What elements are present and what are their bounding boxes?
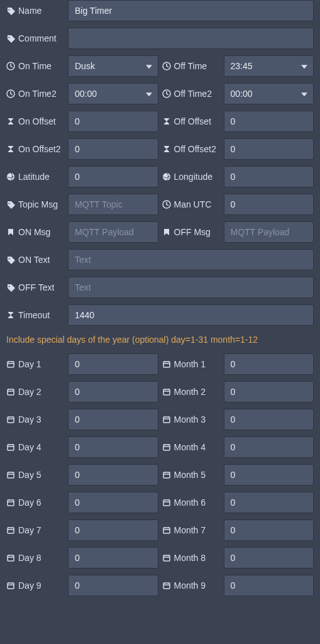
ontime-label-text: On Time: [18, 61, 52, 71]
ontext-input[interactable]: [68, 249, 314, 270]
clock-icon: [162, 200, 171, 209]
topicmsg-label: Topic Msg: [6, 199, 64, 209]
onmsg-label-text: ON Msg: [18, 227, 50, 237]
ontime2-label: On Time2: [6, 89, 64, 99]
globe-icon: [162, 172, 171, 181]
offoffset2-label-text: Off Offset2: [174, 144, 216, 154]
longitude-label-text: Longitude: [174, 172, 213, 182]
month4-label: Month 4: [162, 442, 220, 452]
month5-label-text: Month 5: [174, 470, 206, 480]
month5-input[interactable]: [224, 464, 314, 486]
day9-label-text: Day 9: [18, 580, 41, 591]
globe-icon: [6, 172, 15, 181]
hourglass-icon: [6, 311, 15, 319]
offtime2-label: Off Time2: [162, 89, 220, 99]
day7-label: Day 7: [6, 525, 64, 535]
day6-input[interactable]: [68, 492, 158, 513]
month4-input[interactable]: [224, 436, 314, 458]
ontime2-select[interactable]: 00:00: [68, 83, 158, 104]
calendar-icon: [6, 387, 15, 396]
latitude-input[interactable]: [68, 166, 158, 187]
day8-label: Day 8: [6, 553, 64, 563]
calendar-icon: [6, 360, 15, 369]
month8-input[interactable]: [224, 547, 314, 569]
offtime-select[interactable]: 23:45: [224, 55, 314, 77]
calendar-icon: [162, 387, 171, 396]
ontime2-select-wrap[interactable]: 00:00: [68, 83, 158, 104]
offoffset-input[interactable]: [224, 111, 314, 132]
day8-input[interactable]: [68, 547, 158, 569]
month6-input[interactable]: [224, 492, 314, 513]
offtext-label: OFF Text: [6, 282, 64, 292]
hourglass-icon: [162, 117, 171, 126]
month2-input[interactable]: [224, 381, 314, 402]
month3-label-text: Month 3: [174, 414, 206, 425]
month5-label: Month 5: [162, 470, 220, 480]
timeout-input[interactable]: [68, 304, 314, 326]
day1-input[interactable]: [68, 353, 158, 375]
month7-label: Month 7: [162, 525, 220, 535]
month3-label: Month 3: [162, 414, 220, 425]
offmsg-label-text: OFF Msg: [174, 227, 211, 237]
longitude-label: Longitude: [162, 172, 220, 182]
month8-label-text: Month 8: [174, 553, 206, 563]
offoffset-label-text: Off Offset: [174, 116, 211, 126]
offtime2-select[interactable]: 00:00: [224, 83, 314, 104]
offoffset-label: Off Offset: [162, 116, 220, 126]
onoffset-input[interactable]: [68, 111, 158, 132]
calendar-icon: [162, 360, 171, 369]
month1-input[interactable]: [224, 353, 314, 375]
day5-label-text: Day 5: [18, 470, 41, 480]
month2-label-text: Month 2: [174, 387, 206, 397]
day4-input[interactable]: [68, 436, 158, 458]
longitude-input[interactable]: [224, 166, 314, 187]
ontime-label: On Time: [6, 61, 64, 71]
timeout-label-text: Timeout: [18, 310, 50, 320]
day5-input[interactable]: [68, 464, 158, 486]
onoffset2-input[interactable]: [68, 138, 158, 160]
calendar-icon: [6, 443, 15, 452]
day7-input[interactable]: [68, 519, 158, 541]
latitude-label-text: Latitude: [18, 172, 50, 182]
offtime-select-wrap[interactable]: 23:45: [224, 55, 314, 77]
ontime-select[interactable]: Dusk: [68, 55, 158, 77]
name-input[interactable]: [68, 0, 314, 21]
topicmsg-input[interactable]: [68, 194, 158, 215]
calendar-icon: [6, 553, 15, 562]
calendar-icon: [162, 443, 171, 452]
offtext-input[interactable]: [68, 277, 314, 298]
comment-input[interactable]: [68, 28, 314, 49]
offmsg-input[interactable]: [224, 221, 314, 243]
day3-label: Day 3: [6, 414, 64, 425]
offtime-label-text: Off Time: [174, 61, 207, 71]
offoffset2-label: Off Offset2: [162, 144, 220, 154]
name-label-text: Name: [18, 6, 41, 16]
hourglass-icon: [6, 117, 15, 126]
month9-input[interactable]: [224, 575, 314, 596]
day3-input[interactable]: [68, 409, 158, 430]
month4-label-text: Month 4: [174, 442, 206, 452]
day9-input[interactable]: [68, 575, 158, 596]
onoffset-label-text: On Offset: [18, 116, 56, 126]
month8-label: Month 8: [162, 553, 220, 563]
name-label: Name: [6, 6, 64, 16]
offtime2-label-text: Off Time2: [174, 89, 212, 99]
day4-label-text: Day 4: [18, 442, 41, 452]
day1-label: Day 1: [6, 359, 64, 369]
month3-input[interactable]: [224, 409, 314, 430]
manutc-input[interactable]: [224, 194, 314, 215]
day5-label: Day 5: [6, 470, 64, 480]
ontext-label: ON Text: [6, 255, 64, 265]
day2-label-text: Day 2: [18, 387, 41, 397]
offoffset2-input[interactable]: [224, 138, 314, 160]
calendar-icon: [6, 581, 15, 590]
day2-input[interactable]: [68, 381, 158, 402]
offtime2-select-wrap[interactable]: 00:00: [224, 83, 314, 104]
timeout-label: Timeout: [6, 310, 64, 320]
calendar-icon: [162, 415, 171, 424]
month7-input[interactable]: [224, 519, 314, 541]
offtext-label-text: OFF Text: [18, 282, 54, 292]
onmsg-input[interactable]: [68, 221, 158, 243]
day7-label-text: Day 7: [18, 525, 41, 535]
ontime-select-wrap[interactable]: Dusk: [68, 55, 158, 77]
